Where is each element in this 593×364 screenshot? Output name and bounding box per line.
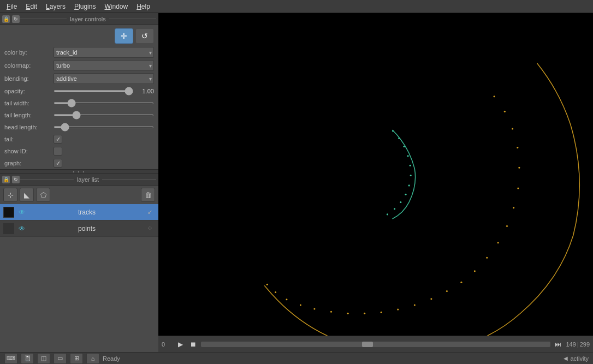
frame-select-button[interactable]: ▭ bbox=[54, 353, 67, 364]
layer-list-refresh-icon[interactable]: ↻ bbox=[12, 176, 20, 183]
timeline-scrubber[interactable] bbox=[201, 342, 550, 347]
scrubber-thumb[interactable] bbox=[362, 342, 373, 347]
svg-point-16 bbox=[497, 242, 499, 243]
layer-shape-tool[interactable]: ◣ bbox=[20, 188, 34, 202]
points-visibility-toggle[interactable]: 👁 bbox=[16, 223, 27, 234]
tracks-visibility-toggle[interactable]: 👁 bbox=[16, 207, 27, 218]
blending-label: blending: bbox=[4, 75, 54, 82]
play-button[interactable]: ▶ bbox=[175, 339, 186, 350]
tail-length-slider[interactable] bbox=[54, 114, 154, 116]
show-id-row: show ID: bbox=[0, 145, 158, 157]
notebook-button[interactable]: 📓 bbox=[21, 353, 34, 364]
status-message: Ready bbox=[103, 355, 120, 362]
rotate-tool-button[interactable]: ↺ bbox=[135, 28, 154, 44]
svg-point-8 bbox=[381, 312, 382, 313]
svg-point-17 bbox=[506, 225, 508, 227]
blending-select-wrapper: additive translucent opaque bbox=[54, 73, 154, 84]
layer-item-tracks[interactable]: 👁 tracks ↙ bbox=[0, 204, 158, 220]
tail-checkbox[interactable] bbox=[54, 135, 62, 144]
3d-view-button[interactable]: ◫ bbox=[37, 353, 50, 364]
tracks-layer-name: tracks bbox=[29, 208, 144, 216]
layer-list-header: 🔒 ↻ layer list bbox=[0, 174, 158, 186]
list-header-sep-left bbox=[20, 179, 74, 180]
tracks-layer-icon: ↙ bbox=[144, 207, 155, 218]
graph-label: graph: bbox=[4, 160, 54, 166]
show-id-checkbox[interactable] bbox=[54, 147, 62, 156]
tail-length-row: tail length: bbox=[0, 109, 158, 121]
layer-tools-row: ✛ ↺ bbox=[0, 25, 158, 46]
svg-point-14 bbox=[474, 270, 476, 272]
menu-window[interactable]: Window bbox=[100, 2, 132, 11]
menu-help[interactable]: Help bbox=[132, 2, 155, 11]
svg-point-34 bbox=[394, 208, 395, 210]
opacity-slider[interactable] bbox=[54, 90, 133, 92]
home-icon: ⌂ bbox=[91, 355, 95, 362]
layer-list-title: layer list bbox=[74, 176, 102, 183]
activity-label: activity bbox=[570, 355, 589, 362]
svg-point-5 bbox=[330, 311, 332, 313]
left-panel: 🔒 ↻ layer controls ✛ ↺ color by: bbox=[0, 13, 158, 352]
list-header-sep-right bbox=[102, 179, 156, 180]
tail-width-slider[interactable] bbox=[54, 102, 154, 104]
opacity-label: opacity: bbox=[4, 88, 54, 94]
graph-checkbox[interactable] bbox=[54, 159, 62, 168]
activity-arrow: ◀ bbox=[564, 355, 568, 361]
color-by-select[interactable]: track_id label frame bbox=[54, 47, 154, 58]
viewport[interactable] bbox=[158, 13, 593, 336]
svg-point-30 bbox=[410, 175, 412, 176]
panel-resize-handle[interactable]: • • • bbox=[0, 169, 158, 174]
console-button[interactable]: ⌨ bbox=[4, 353, 17, 364]
opacity-value: 1.00 bbox=[137, 88, 154, 94]
layer-select-tool[interactable]: ⊹ bbox=[3, 188, 17, 202]
frame-start: 0 bbox=[162, 341, 173, 348]
opacity-slider-container: 1.00 bbox=[54, 88, 154, 94]
frame-icon: ▭ bbox=[57, 355, 63, 362]
home-button[interactable]: ⌂ bbox=[86, 353, 99, 364]
refresh-icon[interactable]: ↻ bbox=[12, 15, 20, 23]
stop-button[interactable]: ⏹ bbox=[188, 339, 199, 350]
header-sep-left bbox=[20, 19, 67, 19]
menu-layers[interactable]: Layers bbox=[41, 2, 70, 11]
head-length-slider[interactable] bbox=[54, 126, 154, 128]
tail-label: tail: bbox=[4, 136, 54, 142]
svg-point-26 bbox=[398, 138, 400, 139]
menu-plugins[interactable]: Plugins bbox=[70, 2, 100, 11]
menu-file[interactable]: File bbox=[2, 2, 21, 11]
svg-point-13 bbox=[460, 282, 462, 283]
color-by-select-wrapper: track_id label frame bbox=[54, 47, 154, 58]
last-frame-button[interactable]: ⏭ bbox=[553, 339, 564, 350]
notebook-icon: 📓 bbox=[23, 355, 31, 362]
layer-item-points[interactable]: 👁 points ⁘ bbox=[0, 220, 158, 237]
points-color-swatch bbox=[3, 223, 14, 234]
color-by-label: color by: bbox=[4, 49, 54, 56]
layer-path-tool[interactable]: ⬠ bbox=[36, 188, 50, 202]
head-length-slider-container bbox=[54, 126, 154, 128]
head-length-row: head length: bbox=[0, 121, 158, 133]
shape-icon: ◣ bbox=[24, 191, 29, 199]
colormap-row: colormap: turbo viridis plasma inferno bbox=[0, 59, 158, 72]
move-tool-button[interactable]: ✛ bbox=[115, 28, 133, 44]
path-icon: ⬠ bbox=[40, 191, 46, 199]
frame-separator: | bbox=[577, 341, 579, 348]
delete-icon: 🗑 bbox=[145, 191, 152, 199]
lock-icon[interactable]: 🔒 bbox=[2, 15, 10, 23]
svg-point-23 bbox=[504, 111, 506, 112]
colormap-select[interactable]: turbo viridis plasma inferno bbox=[54, 60, 154, 71]
menubar: File Edit Layers Plugins Window Help bbox=[0, 0, 593, 13]
svg-point-35 bbox=[387, 213, 388, 215]
activity-area: ◀ activity bbox=[564, 355, 589, 362]
grid-button[interactable]: ⊞ bbox=[70, 353, 83, 364]
svg-point-22 bbox=[512, 128, 513, 129]
layer-controls-panel: 🔒 ↻ layer controls ✛ ↺ color by: bbox=[0, 13, 158, 169]
svg-point-7 bbox=[364, 313, 365, 314]
svg-point-19 bbox=[517, 187, 519, 189]
svg-point-6 bbox=[347, 313, 349, 314]
tail-length-slider-container bbox=[54, 114, 154, 116]
blending-select[interactable]: additive translucent opaque bbox=[54, 73, 154, 84]
layer-list-icons: 🔒 ↻ bbox=[2, 176, 20, 183]
colormap-label: colormap: bbox=[4, 62, 54, 69]
menu-edit[interactable]: Edit bbox=[21, 2, 41, 11]
console-icon: ⌨ bbox=[7, 355, 15, 362]
layer-list-lock-icon[interactable]: 🔒 bbox=[2, 176, 10, 183]
layer-delete-button[interactable]: 🗑 bbox=[141, 188, 155, 202]
